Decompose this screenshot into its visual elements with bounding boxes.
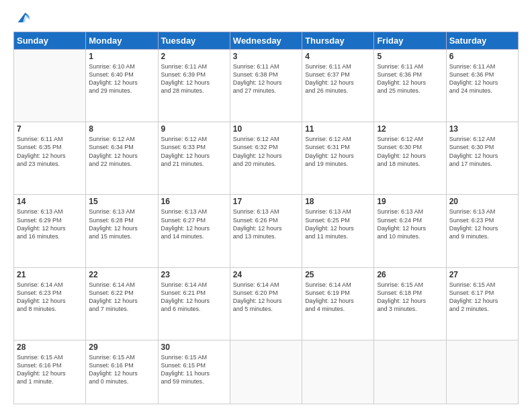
calendar-cell [230, 340, 302, 404]
day-info: Sunrise: 6:15 AM Sunset: 6:16 PM Dayligh… [17, 353, 83, 386]
logo [13, 10, 30, 25]
calendar-cell: 15Sunrise: 6:13 AM Sunset: 6:28 PM Dayli… [86, 195, 158, 267]
day-info: Sunrise: 6:13 AM Sunset: 6:23 PM Dayligh… [449, 208, 515, 240]
day-number: 12 [377, 124, 443, 134]
day-info: Sunrise: 6:13 AM Sunset: 6:25 PM Dayligh… [305, 208, 371, 240]
day-number: 26 [377, 270, 443, 279]
day-info: Sunrise: 6:14 AM Sunset: 6:22 PM Dayligh… [89, 281, 154, 314]
calendar-cell: 1Sunrise: 6:10 AM Sunset: 6:40 PM Daylig… [86, 50, 158, 122]
calendar-cell: 19Sunrise: 6:13 AM Sunset: 6:24 PM Dayli… [374, 195, 446, 267]
day-number: 1 [89, 52, 154, 61]
logo-icon [15, 10, 30, 25]
weekday-wednesday: Wednesday [230, 32, 302, 50]
day-number: 4 [305, 52, 371, 61]
calendar-cell: 9Sunrise: 6:12 AM Sunset: 6:33 PM Daylig… [158, 122, 230, 195]
day-number: 16 [161, 197, 227, 206]
calendar-cell: 10Sunrise: 6:12 AM Sunset: 6:32 PM Dayli… [230, 122, 302, 195]
day-info: Sunrise: 6:12 AM Sunset: 6:31 PM Dayligh… [305, 135, 371, 168]
day-number: 30 [161, 342, 227, 352]
day-info: Sunrise: 6:11 AM Sunset: 6:38 PM Dayligh… [233, 62, 299, 95]
day-number: 11 [305, 124, 371, 134]
calendar-cell: 18Sunrise: 6:13 AM Sunset: 6:25 PM Dayli… [302, 195, 374, 267]
calendar-cell: 12Sunrise: 6:12 AM Sunset: 6:30 PM Dayli… [374, 122, 446, 195]
calendar-cell: 25Sunrise: 6:14 AM Sunset: 6:19 PM Dayli… [302, 267, 374, 340]
day-number: 23 [161, 270, 227, 279]
day-number: 27 [449, 270, 515, 279]
day-info: Sunrise: 6:13 AM Sunset: 6:28 PM Dayligh… [89, 208, 154, 240]
weekday-friday: Friday [374, 32, 446, 50]
calendar-cell [374, 340, 446, 404]
weekday-sunday: Sunday [14, 32, 86, 50]
weekday-header-row: SundayMondayTuesdayWednesdayThursdayFrid… [14, 32, 519, 50]
calendar-cell [14, 50, 86, 122]
calendar-cell: 3Sunrise: 6:11 AM Sunset: 6:38 PM Daylig… [230, 50, 302, 122]
calendar-cell: 22Sunrise: 6:14 AM Sunset: 6:22 PM Dayli… [86, 267, 158, 340]
day-number: 2 [161, 52, 227, 61]
day-info: Sunrise: 6:11 AM Sunset: 6:36 PM Dayligh… [377, 62, 443, 95]
day-number: 19 [377, 197, 443, 206]
day-number: 6 [449, 52, 515, 61]
day-info: Sunrise: 6:11 AM Sunset: 6:37 PM Dayligh… [305, 62, 371, 95]
day-info: Sunrise: 6:15 AM Sunset: 6:17 PM Dayligh… [449, 281, 515, 314]
day-number: 29 [89, 342, 154, 352]
week-row-0: 1Sunrise: 6:10 AM Sunset: 6:40 PM Daylig… [14, 50, 519, 122]
day-number: 18 [305, 197, 371, 206]
day-number: 7 [17, 124, 83, 134]
calendar-cell: 4Sunrise: 6:11 AM Sunset: 6:37 PM Daylig… [302, 50, 374, 122]
day-number: 8 [89, 124, 154, 134]
day-number: 5 [377, 52, 443, 61]
weekday-thursday: Thursday [302, 32, 374, 50]
calendar-cell: 11Sunrise: 6:12 AM Sunset: 6:31 PM Dayli… [302, 122, 374, 195]
day-info: Sunrise: 6:11 AM Sunset: 6:35 PM Dayligh… [17, 135, 83, 168]
page: SundayMondayTuesdayWednesdayThursdayFrid… [0, 0, 532, 411]
day-info: Sunrise: 6:13 AM Sunset: 6:24 PM Dayligh… [377, 208, 443, 240]
day-number: 21 [17, 270, 83, 279]
week-row-1: 7Sunrise: 6:11 AM Sunset: 6:35 PM Daylig… [14, 122, 519, 195]
day-info: Sunrise: 6:10 AM Sunset: 6:40 PM Dayligh… [89, 62, 154, 95]
day-number: 3 [233, 52, 299, 61]
calendar-cell [446, 340, 518, 404]
weekday-tuesday: Tuesday [158, 32, 230, 50]
header [13, 10, 519, 25]
day-info: Sunrise: 6:14 AM Sunset: 6:19 PM Dayligh… [305, 281, 371, 314]
calendar-cell: 17Sunrise: 6:13 AM Sunset: 6:26 PM Dayli… [230, 195, 302, 267]
calendar-cell: 28Sunrise: 6:15 AM Sunset: 6:16 PM Dayli… [14, 340, 86, 404]
calendar-cell: 27Sunrise: 6:15 AM Sunset: 6:17 PM Dayli… [446, 267, 518, 340]
day-number: 9 [161, 124, 227, 134]
day-info: Sunrise: 6:15 AM Sunset: 6:15 PM Dayligh… [161, 353, 227, 386]
calendar-cell: 30Sunrise: 6:15 AM Sunset: 6:15 PM Dayli… [158, 340, 230, 404]
calendar-cell: 7Sunrise: 6:11 AM Sunset: 6:35 PM Daylig… [14, 122, 86, 195]
day-number: 13 [449, 124, 515, 134]
day-info: Sunrise: 6:12 AM Sunset: 6:30 PM Dayligh… [377, 135, 443, 168]
day-info: Sunrise: 6:12 AM Sunset: 6:34 PM Dayligh… [89, 135, 154, 168]
calendar-cell: 13Sunrise: 6:12 AM Sunset: 6:30 PM Dayli… [446, 122, 518, 195]
day-number: 22 [89, 270, 154, 279]
day-number: 28 [17, 342, 83, 352]
day-info: Sunrise: 6:12 AM Sunset: 6:32 PM Dayligh… [233, 135, 299, 168]
calendar-cell: 29Sunrise: 6:15 AM Sunset: 6:16 PM Dayli… [86, 340, 158, 404]
day-number: 24 [233, 270, 299, 279]
day-info: Sunrise: 6:11 AM Sunset: 6:36 PM Dayligh… [449, 62, 515, 95]
day-info: Sunrise: 6:15 AM Sunset: 6:18 PM Dayligh… [377, 281, 443, 314]
calendar-cell: 8Sunrise: 6:12 AM Sunset: 6:34 PM Daylig… [86, 122, 158, 195]
day-info: Sunrise: 6:14 AM Sunset: 6:20 PM Dayligh… [233, 281, 299, 314]
weekday-monday: Monday [86, 32, 158, 50]
calendar: SundayMondayTuesdayWednesdayThursdayFrid… [13, 32, 519, 404]
day-info: Sunrise: 6:15 AM Sunset: 6:16 PM Dayligh… [89, 353, 154, 386]
day-info: Sunrise: 6:13 AM Sunset: 6:27 PM Dayligh… [161, 208, 227, 240]
day-number: 17 [233, 197, 299, 206]
day-info: Sunrise: 6:11 AM Sunset: 6:39 PM Dayligh… [161, 62, 227, 95]
day-info: Sunrise: 6:13 AM Sunset: 6:29 PM Dayligh… [17, 208, 83, 240]
week-row-3: 21Sunrise: 6:14 AM Sunset: 6:23 PM Dayli… [14, 267, 519, 340]
weekday-saturday: Saturday [446, 32, 518, 50]
day-info: Sunrise: 6:13 AM Sunset: 6:26 PM Dayligh… [233, 208, 299, 240]
day-info: Sunrise: 6:14 AM Sunset: 6:23 PM Dayligh… [17, 281, 83, 314]
day-info: Sunrise: 6:12 AM Sunset: 6:33 PM Dayligh… [161, 135, 227, 168]
calendar-cell: 16Sunrise: 6:13 AM Sunset: 6:27 PM Dayli… [158, 195, 230, 267]
calendar-cell: 20Sunrise: 6:13 AM Sunset: 6:23 PM Dayli… [446, 195, 518, 267]
day-info: Sunrise: 6:12 AM Sunset: 6:30 PM Dayligh… [449, 135, 515, 168]
day-number: 25 [305, 270, 371, 279]
day-info: Sunrise: 6:14 AM Sunset: 6:21 PM Dayligh… [161, 281, 227, 314]
calendar-cell: 21Sunrise: 6:14 AM Sunset: 6:23 PM Dayli… [14, 267, 86, 340]
day-number: 15 [89, 197, 154, 206]
